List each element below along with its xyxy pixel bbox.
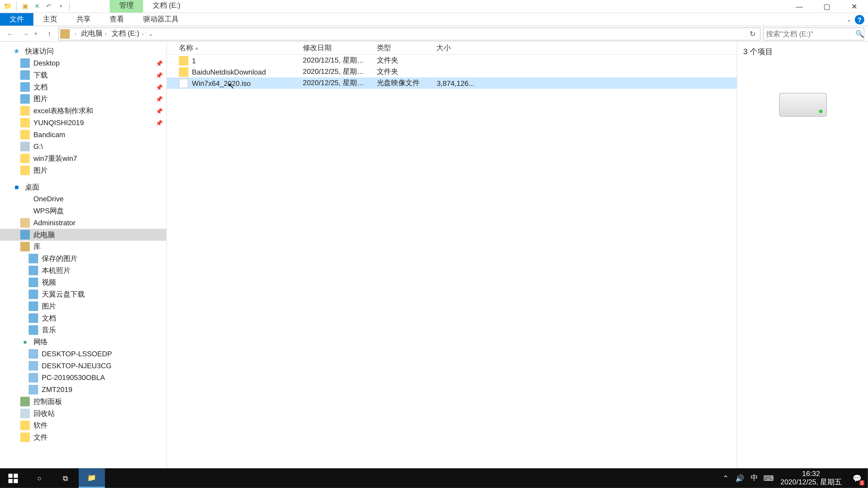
col-size[interactable]: 大小 [432, 42, 479, 54]
title-bar: 📁 ▣ ✕ ↶ ▾ 管理 文档 (E:) — ▢ ✕ [0, 0, 868, 13]
tree-item[interactable]: Bandicam [0, 129, 166, 141]
search-icon[interactable]: 🔍 [855, 30, 864, 38]
crumb-root[interactable]: › [71, 31, 79, 37]
tree-item[interactable]: OneDrive [0, 193, 166, 205]
tree-item[interactable]: G:\ [0, 140, 166, 153]
pin-icon: 📌 [156, 107, 163, 114]
nav-back-icon[interactable]: ← [4, 27, 17, 40]
crumb-pc[interactable]: 此电脑› [79, 29, 109, 39]
tree-item[interactable]: 音乐 [0, 324, 166, 336]
tree-item[interactable]: Desktop📌 [0, 57, 166, 69]
tree-item[interactable]: 保存的图片 [0, 253, 166, 265]
pin-icon: 📌 [156, 120, 163, 126]
svg-rect-2 [8, 479, 12, 483]
tree-item[interactable]: 图片 [0, 300, 166, 312]
col-date[interactable]: 修改日期 [298, 42, 372, 54]
folder-icon [179, 67, 188, 76]
table-row[interactable]: BaiduNetdiskDownload2020/12/25, 星期五 1...… [167, 66, 737, 77]
tab-drive-tools[interactable]: 驱动器工具 [133, 13, 188, 26]
tray-overflow-icon[interactable]: ⌃ [718, 468, 733, 488]
tray-volume-icon[interactable]: 🔊 [733, 468, 747, 488]
nav-history-icon[interactable]: ▾ [35, 31, 40, 36]
tray-input-icon[interactable]: ⌨ [761, 468, 776, 488]
tree-item[interactable]: PC-20190530OBLA [0, 372, 166, 384]
address-icon [60, 29, 70, 38]
explorer-window: 📁 ▣ ✕ ↶ ▾ 管理 文档 (E:) — ▢ ✕ 文件 主页 共享 查看 驱… [0, 0, 868, 488]
tree-files[interactable]: 文件 [0, 431, 166, 443]
qat-properties-icon[interactable]: ▣ [20, 1, 30, 11]
nav-tree[interactable]: ★快速访问 Desktop📌下载📌文档📌图片📌excel表格制作求和📌YUNQI… [0, 42, 167, 475]
file-icon [179, 78, 188, 88]
tab-home[interactable]: 主页 [33, 13, 67, 26]
task-view-icon[interactable]: ⧉ [53, 468, 79, 488]
action-center-icon[interactable]: 💬3 [846, 468, 868, 488]
ribbon-collapse-icon[interactable]: ⌄ [846, 16, 851, 23]
tree-item[interactable]: YUNQISHI2019📌 [0, 117, 166, 129]
preview-pane: 3 个项目 [737, 42, 868, 475]
help-icon[interactable]: ? [855, 15, 864, 24]
maximize-button[interactable]: ▢ [813, 0, 840, 13]
file-list: 名称▴ 修改日期 类型 大小 ↖ 12020/12/15, 星期二 1...文件… [167, 42, 737, 475]
tree-item[interactable]: win7重装win7 [0, 153, 166, 164]
tree-item[interactable]: 天翼云盘下载 [0, 288, 166, 300]
tray-clock[interactable]: 16:32 2020/12/25, 星期五 [776, 470, 846, 486]
quick-access-toolbar: 📁 ▣ ✕ ↶ ▾ [0, 0, 74, 12]
col-name[interactable]: 名称▴ [167, 42, 298, 54]
nav-forward-icon[interactable]: → [19, 27, 32, 40]
tree-item[interactable]: 下载📌 [0, 69, 166, 81]
table-row[interactable]: 12020/12/15, 星期二 1...文件夹 [167, 55, 737, 66]
taskbar[interactable]: ○ ⧉ 📁 ⌃ 🔊 中 ⌨ 16:32 2020/12/25, 星期五 💬3 [0, 468, 868, 488]
tree-item[interactable]: ZMT2019 [0, 384, 166, 396]
tab-share[interactable]: 共享 [67, 13, 100, 26]
tree-item[interactable]: 图片 [0, 164, 166, 176]
tree-desktop[interactable]: ■桌面 [0, 181, 166, 193]
search-input[interactable] [766, 30, 856, 38]
taskbar-search-icon[interactable]: ○ [26, 468, 53, 488]
window-title: 文档 (E:) [143, 0, 190, 12]
tree-item[interactable]: 此电脑 [0, 229, 166, 241]
tab-view[interactable]: 查看 [100, 13, 133, 26]
sort-asc-icon: ▴ [195, 45, 198, 51]
tree-recycle-bin[interactable]: 回收站 [0, 408, 166, 420]
tree-item[interactable]: DESKTOP-LSSOEDP [0, 348, 166, 360]
tree-network[interactable]: ●网络 [0, 336, 166, 348]
tree-item[interactable]: WPS网盘 [0, 205, 166, 217]
qat-delete-icon[interactable]: ✕ [32, 1, 42, 11]
tree-item[interactable]: 文档📌 [0, 81, 166, 93]
tree-item[interactable]: 图片📌 [0, 93, 166, 105]
tree-item[interactable]: DESKTOP-NJEU3CG [0, 360, 166, 372]
tree-item[interactable]: 文档 [0, 312, 166, 324]
start-button[interactable] [0, 468, 26, 488]
tab-file[interactable]: 文件 [0, 13, 33, 26]
tree-software[interactable]: 软件 [0, 419, 166, 431]
tree-item[interactable]: 视频 [0, 276, 166, 289]
tree-control-panel[interactable]: 控制面板 [0, 396, 166, 408]
qat-dropdown-icon[interactable]: ▾ [55, 1, 66, 11]
app-icon[interactable]: 📁 [2, 1, 13, 11]
pin-icon: 📌 [156, 96, 163, 102]
crumb-location[interactable]: 文档 (E:)› [109, 29, 146, 39]
context-tab[interactable]: 管理 [110, 0, 143, 12]
ribbon-tabs: 文件 主页 共享 查看 驱动器工具 ⌄ ? [0, 13, 868, 26]
pin-icon: 📌 [156, 84, 163, 90]
pin-icon: 📌 [156, 72, 163, 78]
refresh-icon[interactable]: ↻ [746, 30, 759, 38]
search-box[interactable]: 🔍 [763, 27, 864, 40]
address-bar[interactable]: › 此电脑› 文档 (E:)› ⌄ ↻ [58, 27, 761, 40]
tree-item[interactable]: 本机照片 [0, 265, 166, 276]
qat-undo-icon[interactable]: ↶ [43, 1, 54, 11]
column-headers[interactable]: 名称▴ 修改日期 类型 大小 [167, 42, 737, 55]
tree-item[interactable]: Administrator [0, 217, 166, 229]
taskbar-explorer-icon[interactable]: 📁 [79, 468, 105, 488]
tree-item[interactable]: 库 [0, 240, 166, 253]
close-button[interactable]: ✕ [840, 0, 868, 13]
minimize-button[interactable]: — [786, 0, 813, 13]
nav-up-icon[interactable]: ↑ [43, 27, 56, 40]
col-type[interactable]: 类型 [372, 42, 432, 54]
tree-quick-access[interactable]: ★快速访问 [0, 45, 166, 57]
tree-item[interactable]: excel表格制作求和📌 [0, 105, 166, 117]
tray-ime-icon[interactable]: 中 [747, 468, 761, 488]
address-dropdown-icon[interactable]: ⌄ [146, 31, 155, 37]
table-row[interactable]: Win7x64_2020.iso2020/12/25, 星期五 1...光盘映像… [167, 77, 737, 89]
svg-rect-3 [14, 479, 18, 483]
